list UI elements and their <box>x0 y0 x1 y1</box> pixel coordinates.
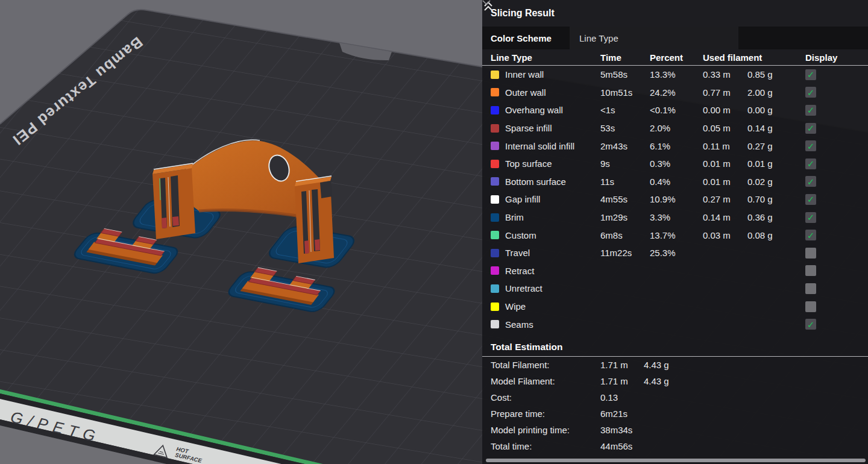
display-checkbox[interactable]: ✓ <box>805 123 816 134</box>
display-checkbox[interactable]: ✓ <box>805 105 816 116</box>
total-row: Cost: 0.13 <box>482 389 868 406</box>
display-checkbox[interactable]: ✓ <box>805 212 816 223</box>
filament-weight-value: 0.00 g <box>747 105 805 115</box>
line-type-row: Retract <box>482 262 868 280</box>
display-checkbox[interactable]: ✓ <box>805 140 816 151</box>
percent-value: 6.1% <box>650 141 703 151</box>
display-checkbox[interactable]: ✓ <box>805 176 816 187</box>
time-value: 53s <box>600 123 650 133</box>
display-checkbox[interactable]: ✓ <box>805 69 816 80</box>
line-type-row: Travel 11m22s 25.3% <box>482 244 868 262</box>
display-checkbox[interactable]: ✓ <box>805 194 816 205</box>
panel-header: Slicing Result <box>482 0 868 27</box>
time-value: 9s <box>600 158 650 169</box>
line-type-color-swatch <box>491 266 499 275</box>
filament-length-value: 0.77 m <box>703 87 747 98</box>
check-icon: ✓ <box>807 195 815 204</box>
display-checkbox[interactable] <box>805 248 816 259</box>
line-type-label: Outer wall <box>505 87 546 98</box>
line-type-row: Bottom surface 11s 0.4% 0.01 m 0.02 g ✓ <box>482 173 868 191</box>
display-checkbox[interactable] <box>805 301 816 312</box>
line-type-label: Overhang wall <box>505 105 563 115</box>
line-type-color-swatch <box>491 142 499 150</box>
line-type-label: Brim <box>505 212 524 222</box>
total-value-1: 0.13 <box>600 392 644 403</box>
time-value: <1s <box>600 105 650 115</box>
line-type-label: Bottom surface <box>505 177 566 187</box>
display-checkbox[interactable]: ✓ <box>805 158 816 169</box>
filament-length-value: 0.03 m <box>703 230 747 240</box>
total-value-1: 6m21s <box>600 409 644 419</box>
filament-weight-value: 0.70 g <box>747 194 805 204</box>
slicing-result-panel: Slicing Result Color Scheme Line Type Li… <box>482 0 868 464</box>
check-icon: ✓ <box>807 231 815 240</box>
line-type-row: Outer wall 10m51s 24.2% 0.77 m 2.00 g ✓ <box>482 84 868 102</box>
total-label: Prepare time: <box>491 409 600 419</box>
line-type-color-swatch <box>491 320 499 328</box>
bracket-left-clip <box>153 163 195 239</box>
line-type-color-swatch <box>491 160 499 168</box>
filament-length-value: 0.01 m <box>703 158 747 169</box>
horizontal-scrollbar[interactable] <box>486 459 866 462</box>
total-label: Model Filament: <box>491 376 600 386</box>
filament-weight-value: 0.02 g <box>747 177 805 187</box>
display-checkbox[interactable] <box>805 283 816 294</box>
line-type-row: Inner wall 5m58s 13.3% 0.33 m 0.85 g ✓ <box>482 66 868 84</box>
col-line-type: Line Type <box>491 52 600 63</box>
line-type-color-swatch <box>491 106 499 114</box>
line-type-table: Inner wall 5m58s 13.3% 0.33 m 0.85 g ✓ O… <box>482 66 868 333</box>
line-type-label: Inner wall <box>505 69 544 80</box>
check-icon: ✓ <box>807 105 815 114</box>
line-type-label: Retract <box>505 266 534 276</box>
total-estimation-heading: Total Estimation <box>482 338 868 356</box>
line-type-label: Unretract <box>505 283 542 293</box>
filament-weight-value: 0.27 g <box>747 141 805 151</box>
percent-value: 13.3% <box>650 69 703 80</box>
filament-length-value: 0.33 m <box>703 69 747 80</box>
time-value: 11s <box>600 177 650 187</box>
total-row: Prepare time: 6m21s <box>482 406 868 422</box>
line-type-row: Wipe <box>482 298 868 316</box>
total-row: Model printing time: 38m34s <box>482 422 868 438</box>
display-checkbox[interactable] <box>805 265 816 276</box>
check-icon: ✓ <box>807 320 815 329</box>
percent-value: 0.4% <box>650 177 703 187</box>
line-type-row: Sparse infill 53s 2.0% 0.05 m 0.14 g ✓ <box>482 119 868 137</box>
line-type-label: Top surface <box>505 158 552 169</box>
total-value-2: 4.43 g <box>644 360 868 370</box>
col-percent: Percent <box>650 52 703 63</box>
percent-value: 2.0% <box>650 123 703 133</box>
filament-length-value: 0.00 m <box>703 105 747 115</box>
display-checkbox[interactable]: ✓ <box>805 87 816 98</box>
total-row: Total Filament: 1.71 m 4.43 g <box>482 357 868 373</box>
total-label: Model printing time: <box>491 425 600 435</box>
total-value-1: 44m56s <box>600 441 644 451</box>
line-type-color-swatch <box>491 177 499 186</box>
time-value: 6m8s <box>600 230 650 240</box>
table-header: Line Type Time Percent Used filament Dis… <box>482 49 868 65</box>
line-type-row: Brim 1m29s 3.3% 0.14 m 0.36 g ✓ <box>482 208 868 227</box>
filament-length-value: 0.01 m <box>703 177 747 187</box>
line-type-label: Travel <box>505 248 530 258</box>
display-checkbox[interactable]: ✓ <box>805 319 816 330</box>
check-icon: ✓ <box>807 159 815 168</box>
col-display: Display <box>805 52 868 63</box>
time-value: 11m22s <box>600 248 650 258</box>
display-checkbox[interactable]: ✓ <box>805 230 816 240</box>
percent-value: 24.2% <box>650 87 703 98</box>
color-scheme-row: Color Scheme Line Type <box>482 27 868 49</box>
collapse-panel-icon[interactable] <box>846 7 860 20</box>
total-row: Total time: 44m56s <box>482 438 868 454</box>
line-type-row: Top surface 9s 0.3% 0.01 m 0.01 g ✓ <box>482 155 868 173</box>
panel-title: Slicing Result <box>491 8 555 19</box>
time-value: 1m29s <box>600 212 650 222</box>
bracket-right-clip <box>295 176 334 263</box>
line-type-color-swatch <box>491 303 499 311</box>
total-value-1: 1.71 m <box>600 360 644 370</box>
color-scheme-dropdown[interactable]: Line Type <box>570 27 738 49</box>
line-type-row: Gap infill 4m55s 10.9% 0.27 m 0.70 g ✓ <box>482 190 868 208</box>
line-type-row: Seams ✓ <box>482 315 868 333</box>
filament-weight-value: 2.00 g <box>747 87 805 98</box>
line-type-label: Gap infill <box>505 194 540 204</box>
total-label: Total time: <box>491 441 600 451</box>
